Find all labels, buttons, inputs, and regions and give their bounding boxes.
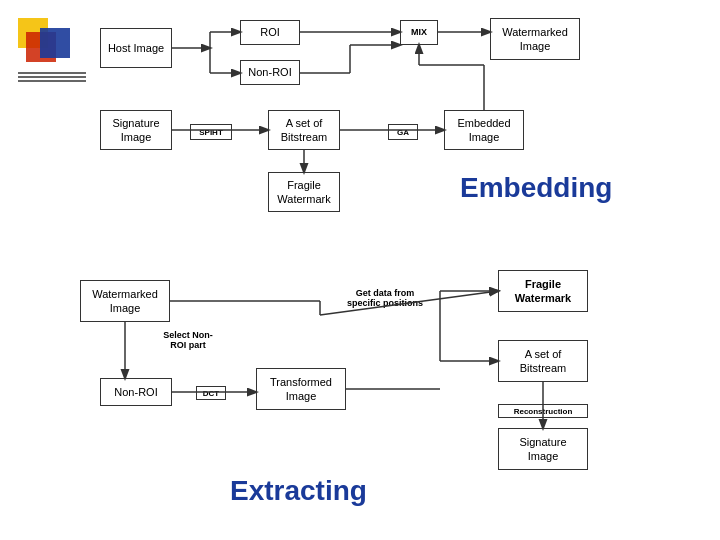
mix-box: MIX — [400, 20, 438, 45]
bitstream-box: A set ofBitstream — [268, 110, 340, 150]
blue-square — [40, 28, 70, 58]
dct-label: DCT — [196, 386, 226, 400]
non-roi-box: Non-ROI — [240, 60, 300, 85]
embedding-diagram: Host Image ROI Non-ROI MIX WatermarkedIm… — [90, 10, 690, 240]
extracting-diagram: WatermarkedImage Non-ROI DCT Transformed… — [60, 260, 700, 530]
non-roi-b-box: Non-ROI — [100, 378, 172, 406]
watermarked-image-b-box: WatermarkedImage — [80, 280, 170, 322]
bitstream-b-box: A set ofBitstream — [498, 340, 588, 382]
ga-label: GA — [388, 124, 418, 140]
page-container: Host Image ROI Non-ROI MIX WatermarkedIm… — [0, 0, 720, 540]
extracting-label: Extracting — [230, 475, 367, 507]
spiht-label: SPIHT — [190, 124, 232, 140]
signature-image-b-box: SignatureImage — [498, 428, 588, 470]
host-image-box: Host Image — [100, 28, 172, 68]
get-data-label: Get data fromspecific positions — [330, 288, 440, 308]
embedded-image-box: EmbeddedImage — [444, 110, 524, 150]
embedding-label: Embedding — [460, 172, 612, 204]
watermarked-image-box: WatermarkedImage — [490, 18, 580, 60]
fragile-watermark-box: FragileWatermark — [268, 172, 340, 212]
logo-area — [18, 18, 88, 88]
transformed-image-box: TransformedImage — [256, 368, 346, 410]
logo-squares — [18, 18, 78, 78]
roi-box: ROI — [240, 20, 300, 45]
select-non-roi-label: Select Non-ROI part — [148, 330, 228, 350]
fragile-watermark-b-box: FragileWatermark — [498, 270, 588, 312]
reconstruction-label: Reconstruction — [498, 404, 588, 418]
signature-image-box: SignatureImage — [100, 110, 172, 150]
